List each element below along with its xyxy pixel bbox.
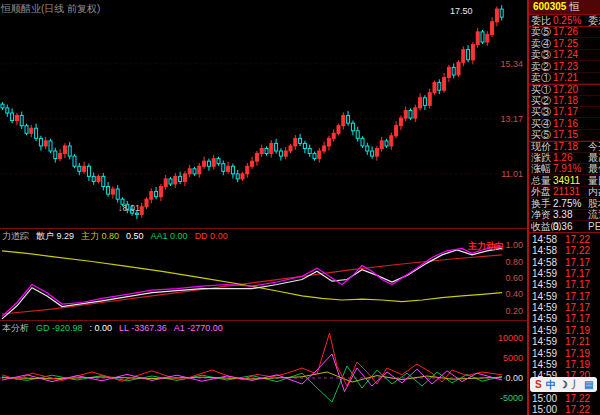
indicator2-chart[interactable]: [0, 321, 527, 415]
quote-label2: 最高: [588, 152, 600, 163]
indicator1-axis-label: 1.00: [469, 240, 523, 250]
order-book-row[interactable]: 卖②17.23: [529, 61, 600, 73]
order-book-row[interactable]: 卖④17.25: [529, 38, 600, 50]
tick-row: 14:5817.17: [529, 257, 600, 269]
quote-label: 卖⑤: [531, 26, 551, 37]
moon-icon[interactable]: ☽: [557, 377, 570, 392]
quote-value: 2.75%: [553, 198, 581, 209]
tick-price: 17.21: [565, 336, 590, 347]
chinese-mode-icon[interactable]: 中: [545, 377, 558, 392]
order-book-row[interactable]: 买③17.17: [529, 106, 600, 118]
quote-label: 买⑤: [531, 129, 551, 140]
order-book-row[interactable]: 卖①17.21: [529, 72, 600, 84]
tick-price: 17.17: [565, 279, 590, 290]
tick-time: 14:59: [532, 359, 557, 370]
quote-label: 卖①: [531, 72, 551, 83]
indicator1-axis-label: 0.40: [469, 289, 523, 299]
tick-time: 15:00: [532, 404, 557, 415]
indicator-param: 散户 9.29: [36, 231, 74, 241]
high-price-label: 17.50: [450, 6, 473, 16]
order-book-row[interactable]: 买①17.20: [529, 84, 600, 96]
quote-value: 3.38: [553, 209, 572, 220]
quote-label2: 流通: [588, 209, 600, 220]
tick-price: 17.22: [565, 404, 590, 415]
order-book-row[interactable]: 卖③17.24: [529, 49, 600, 61]
tick-price: 17.17: [565, 313, 590, 324]
main-chart-panel[interactable]: 恒顺醋业(日线 前复权) 17.50 ↓8.01: [0, 0, 527, 229]
pen-icon[interactable]: 丿: [570, 377, 583, 392]
quote-stat-row: 收益⑶0.36PE(: [529, 221, 600, 233]
sogou-logo-icon[interactable]: S: [532, 377, 545, 392]
candlestick-chart[interactable]: [0, 0, 527, 228]
order-book-row[interactable]: 买⑤17.15: [529, 129, 600, 141]
indicator-panel-1[interactable]: 力道踪散户 9.29主力 0.800.50AA1 0.00DD 0.00 主力动…: [0, 229, 527, 321]
tick-row: 14:5917.17: [529, 302, 600, 314]
quote-value: 17.23: [553, 61, 578, 72]
quote-label: 换手: [531, 198, 551, 209]
ime-toolbar[interactable]: S中☽丿▤: [530, 377, 597, 392]
tick-row: 14:5917.17: [529, 291, 600, 303]
indicator-param: : 0.00: [90, 323, 113, 333]
green-line: [2, 366, 502, 402]
low-price-label: ↓8.01: [118, 203, 140, 213]
quote-label: 卖②: [531, 61, 551, 72]
tick-time: 14:59: [532, 336, 557, 347]
indicator-panel-2[interactable]: 本分析GD -920.98: 0.00LL -3367.36A1 -2770.0…: [0, 321, 527, 415]
tick-price: 17.17: [565, 291, 590, 302]
tick-row: 14:5917.19: [529, 359, 600, 371]
tick-price: 17.17: [565, 268, 590, 279]
tick-time: 14:58: [532, 245, 557, 256]
order-book-row[interactable]: 卖⑤17.26: [529, 26, 600, 38]
tick-price: 17.19: [565, 359, 590, 370]
tick-time: 14:58: [532, 234, 557, 245]
tick-row: 15:0017.22: [529, 393, 600, 405]
quote-value: 17.25: [553, 38, 578, 49]
tick-time: 14:59: [532, 302, 557, 313]
quote-value: 1.26: [553, 152, 572, 163]
indicator2-axis-label: -5000: [469, 393, 523, 403]
indicator-param: GD -920.98: [36, 323, 83, 333]
quote-value: 0.25%: [553, 15, 581, 26]
quote-label: 委比: [531, 15, 551, 26]
quote-value: 17.17: [553, 106, 578, 117]
tick-price: 17.19: [565, 348, 590, 359]
tick-row: 14:5917.19: [529, 348, 600, 360]
indicator-param: 力道踪: [2, 231, 29, 241]
price-axis-label: 11.01: [469, 169, 523, 179]
keyboard-icon[interactable]: ▤: [582, 377, 595, 392]
quote-stat-row: 外盘21131内盘: [529, 186, 600, 198]
quote-stat-row: 净资3.38流通: [529, 209, 600, 221]
order-book-row[interactable]: 买④17.16: [529, 118, 600, 130]
tick-price: 17.17: [565, 302, 590, 313]
indicator-param: 主力 0.80: [81, 231, 119, 241]
yellow-line: [2, 251, 502, 302]
tick-price: 17.22: [565, 393, 590, 404]
quote-label2: 内盘: [588, 186, 600, 197]
chart-title: 恒顺醋业(日线 前复权): [1, 2, 100, 16]
indicator2-header: 本分析GD -920.98: 0.00LL -3367.36A1 -2770.0…: [2, 322, 230, 335]
quote-label2: PE(: [588, 221, 600, 232]
tick-row: 14:5917.17: [529, 268, 600, 280]
indicator1-axis-label: 0.60: [469, 273, 523, 283]
tick-row: 14:5917.19: [529, 325, 600, 337]
quote-value: 7.91%: [553, 163, 581, 174]
quote-value: 17.15: [553, 129, 578, 140]
tick-time: 14:59: [532, 348, 557, 359]
indicator-param: DD 0.00: [195, 231, 228, 241]
tick-price: 17.17: [565, 257, 590, 268]
quote-value: 17.21: [553, 72, 578, 83]
quote-label: 买③: [531, 106, 551, 117]
tick-time: 14:59: [532, 279, 557, 290]
tick-row: 14:5917.17: [529, 313, 600, 325]
stock-header[interactable]: 600305恒: [529, 0, 600, 15]
tick-time: 14:59: [532, 268, 557, 279]
quote-separator: [529, 232, 600, 233]
magenta-line: [2, 354, 502, 392]
quote-stat-row: 换手2.75%股本: [529, 198, 600, 210]
tick-row: 15:0017.22: [529, 404, 600, 415]
quote-stat-row: 涨跌1.26最高: [529, 152, 600, 164]
quote-label: 涨幅: [531, 163, 551, 174]
quote-label: 卖③: [531, 49, 551, 60]
quote-label: 外盘: [531, 186, 551, 197]
order-book-row[interactable]: 买②17.18: [529, 95, 600, 107]
